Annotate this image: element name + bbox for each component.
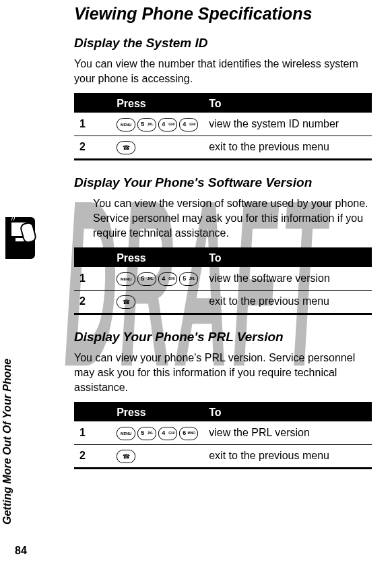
step-number: 1 (74, 421, 111, 445)
to-cell: exit to the previous menu (203, 290, 372, 314)
key-6-icon (179, 427, 198, 440)
table-row: 1 view the system ID number (74, 113, 372, 136)
instruction-table: Press To 1 view the software version (74, 247, 372, 315)
key-4-icon (158, 272, 177, 286)
table-header-blank (74, 403, 111, 421)
table-header-to: To (203, 403, 372, 421)
step-number: 2 (74, 136, 111, 159)
press-cell (111, 421, 203, 445)
section-body: You can view your phone's PRL version. S… (74, 351, 372, 395)
section-heading: Display Your Phone's PRL Version (74, 330, 372, 345)
content-area: Viewing Phone Specifications Display the… (0, 0, 392, 469)
press-cell (111, 136, 203, 159)
section-body: You can view the number that identifies … (74, 57, 372, 86)
table-header-press: Press (111, 94, 203, 113)
section-body: You can view the version of software use… (74, 196, 372, 241)
key-4-icon (158, 118, 177, 131)
table-row: 1 view the PRL version (74, 421, 372, 445)
step-number: 1 (74, 267, 111, 291)
table-row: 2 exit to the previous menu (74, 444, 372, 468)
page-number: 84 (15, 545, 27, 557)
page-title: Viewing Phone Specifications (74, 4, 372, 24)
table-header-to: To (203, 248, 372, 267)
to-cell: exit to the previous menu (203, 444, 372, 468)
to-cell: view the software version (203, 267, 372, 291)
section-heading: Display the System ID (74, 36, 372, 51)
table-header-press: Press (111, 403, 203, 421)
table-header-blank (74, 94, 111, 113)
table-row: 2 exit to the previous menu (74, 290, 372, 314)
key-5-icon (137, 427, 156, 440)
end-key-icon (117, 295, 135, 309)
table-header-blank (74, 248, 111, 267)
menu-key-icon (117, 118, 135, 131)
step-number: 2 (74, 290, 111, 314)
instruction-table: Press To 1 view the system ID number (74, 93, 372, 160)
table-row: 2 exit to the previous menu (74, 136, 372, 159)
press-cell (111, 113, 203, 136)
end-key-icon (117, 141, 135, 154)
table-row: 1 view the software version (74, 267, 372, 291)
press-cell (111, 267, 203, 291)
key-5-icon (179, 272, 198, 286)
key-5-icon (137, 272, 156, 286)
press-cell (111, 444, 203, 468)
menu-key-icon (117, 427, 135, 440)
to-cell: view the PRL version (203, 421, 372, 445)
table-header-to: To (203, 94, 372, 113)
instruction-table: Press To 1 view the PRL version 2 (74, 402, 372, 469)
key-4-icon (179, 118, 198, 131)
end-key-icon (117, 450, 135, 463)
table-header-press: Press (111, 248, 203, 267)
menu-key-icon (117, 272, 135, 286)
step-number: 1 (74, 113, 111, 136)
to-cell: view the system ID number (203, 113, 372, 136)
key-5-icon (137, 118, 156, 131)
section-heading: Display Your Phone's Software Version (74, 175, 372, 191)
to-cell: exit to the previous menu (203, 136, 372, 159)
step-number: 2 (74, 444, 111, 468)
press-cell (111, 290, 203, 314)
key-4-icon (158, 427, 177, 440)
page: )) Getting More Out Of Your Phone 84 Vie… (0, 0, 392, 565)
